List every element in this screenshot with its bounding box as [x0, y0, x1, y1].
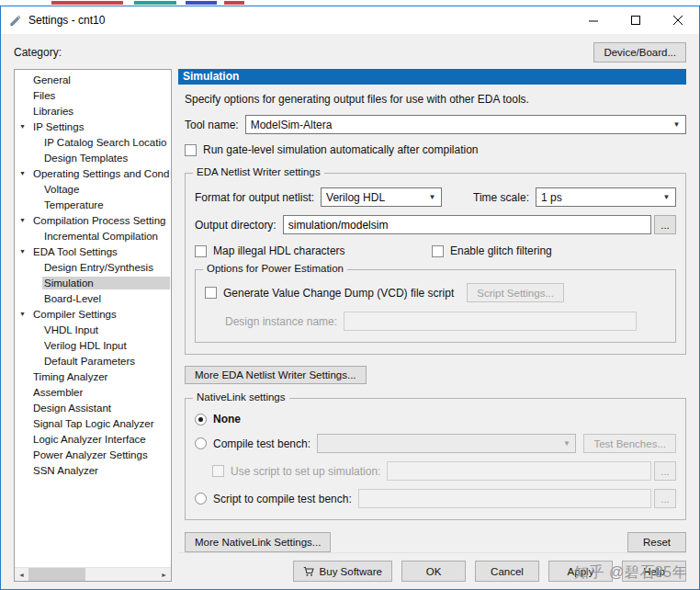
use-script-checkbox[interactable]: [212, 465, 224, 477]
tree-expand-icon[interactable]: ▼: [19, 170, 31, 176]
use-script-browse-button[interactable]: ...: [654, 461, 676, 481]
sidebar-item-compilation-process-setting[interactable]: ▼Compilation Process Setting: [16, 212, 170, 228]
tree-expand-icon[interactable]: ▼: [19, 311, 31, 317]
sidebar-item-ip-catalog-search-locatio[interactable]: IP Catalog Search Locatio: [16, 134, 170, 150]
sidebar-item-timing-analyzer[interactable]: Timing Analyzer: [16, 369, 170, 384]
app-icon: [8, 14, 22, 28]
cancel-button[interactable]: Cancel: [475, 561, 539, 582]
device-board-button[interactable]: Device/Board...: [593, 42, 686, 62]
tool-name-label: Tool name:: [185, 119, 239, 131]
sidebar-item-logic-analyzer-interface[interactable]: Logic Analyzer Interface: [16, 431, 170, 447]
sidebar-item-voltage[interactable]: Voltage: [16, 181, 170, 197]
category-label: Category:: [14, 46, 62, 59]
chevron-down-icon: ▼: [425, 193, 439, 201]
sidebar-item-label: Compiler Settings: [31, 308, 170, 321]
map-illegal-checkbox[interactable]: [195, 245, 207, 257]
minimize-button[interactable]: [572, 6, 615, 34]
test-benches-button[interactable]: Test Benches...: [583, 434, 676, 453]
more-eda-settings-button[interactable]: More EDA Netlist Writer Settings...: [185, 366, 367, 384]
sidebar-item-temperature[interactable]: Temperature: [16, 197, 170, 212]
sidebar-item-design-templates[interactable]: Design Templates: [16, 150, 170, 165]
sidebar-item-label: IP Catalog Search Locatio: [42, 136, 170, 149]
sidebar-item-simulation[interactable]: Simulation: [16, 275, 170, 290]
sidebar-item-design-assistant[interactable]: Design Assistant: [16, 400, 170, 415]
compile-testbench-radio[interactable]: [195, 437, 207, 449]
format-select[interactable]: Verilog HDL ▼: [321, 187, 442, 207]
chevron-down-icon: ▼: [559, 439, 573, 448]
sidebar-item-label: Simulation: [42, 277, 170, 289]
testbench-select[interactable]: ▼: [317, 434, 576, 453]
glitch-filtering-checkbox[interactable]: [432, 245, 444, 257]
sidebar-item-ip-settings[interactable]: ▼IP Settings: [16, 119, 170, 134]
sidebar-item-incremental-compilation[interactable]: Incremental Compilation: [16, 228, 170, 244]
help-button[interactable]: Help: [622, 561, 686, 582]
more-nativelink-settings-button[interactable]: More NativeLink Settings...: [185, 532, 331, 552]
scroll-right-icon[interactable]: ►: [157, 568, 171, 581]
scroll-left-icon[interactable]: ◄: [15, 568, 28, 581]
sidebar-item-label: Design Templates: [42, 152, 170, 165]
window-title: Settings - cnt10: [28, 14, 105, 27]
script-settings-button[interactable]: Script Settings...: [467, 283, 564, 302]
eda-netlist-group: EDA Netlist Writer settings Format for o…: [185, 173, 686, 355]
apply-button[interactable]: Apply: [548, 561, 613, 582]
sidebar-item-eda-tool-settings[interactable]: ▼EDA Tool Settings: [16, 244, 170, 259]
vcd-checkbox[interactable]: [205, 287, 217, 299]
reset-row: More NativeLink Settings... Reset: [185, 532, 686, 552]
script-compile-radio[interactable]: [195, 493, 207, 505]
sidebar-item-operating-settings-and-cond[interactable]: ▼Operating Settings and Cond: [16, 165, 170, 181]
sidebar-item-label: Signal Tap Logic Analyzer: [31, 417, 170, 430]
sidebar-item-power-analyzer-settings[interactable]: Power Analyzer Settings: [16, 447, 170, 462]
sidebar-item-ssn-analyzer[interactable]: SSN Analyzer: [16, 462, 170, 478]
tool-name-row: Tool name: ModelSim-Altera ▼: [185, 115, 686, 134]
none-radio[interactable]: [195, 414, 207, 425]
sidebar-item-label: Assembler: [31, 386, 170, 399]
category-tree: GeneralFilesLibraries▼IP SettingsIP Cata…: [16, 72, 170, 566]
buy-software-button[interactable]: Buy Software: [293, 561, 392, 582]
reset-button[interactable]: Reset: [627, 532, 686, 552]
run-gate-level-checkbox[interactable]: [185, 144, 197, 156]
minimize-icon: [589, 16, 599, 26]
ok-button[interactable]: OK: [401, 561, 466, 582]
sidebar-item-label: Libraries: [31, 105, 170, 118]
sidebar-item-general[interactable]: General: [16, 72, 170, 87]
format-label: Format for output netlist:: [195, 191, 314, 204]
use-script-row: Use script to set up simulation: ...: [195, 461, 676, 481]
tree-expand-icon[interactable]: ▼: [19, 217, 31, 223]
sidebar-item-label: Board-Level: [42, 292, 170, 305]
script-compile-input[interactable]: [358, 489, 651, 508]
output-directory-browse-button[interactable]: ...: [654, 215, 676, 234]
settings-dialog: Settings - cnt10 Category: Device/Board.…: [0, 6, 700, 590]
main-panel: Simulation Specify options for generatin…: [178, 69, 686, 582]
section-header: Simulation: [178, 69, 686, 85]
design-instance-input[interactable]: [344, 312, 637, 331]
sidebar-item-verilog-hdl-input[interactable]: Verilog HDL Input: [16, 337, 170, 353]
output-directory-label: Output directory:: [195, 219, 277, 232]
sidebar-item-libraries[interactable]: Libraries: [16, 103, 170, 119]
scrollbar-thumb[interactable]: [28, 568, 85, 581]
tree-expand-icon[interactable]: ▼: [19, 123, 31, 130]
sidebar-item-default-parameters[interactable]: Default Parameters: [16, 353, 170, 369]
chevron-down-icon: ▼: [660, 193, 673, 201]
sidebar-item-label: Incremental Compilation: [42, 230, 170, 243]
close-button[interactable]: [657, 6, 699, 34]
sidebar-item-vhdl-input[interactable]: VHDL Input: [16, 322, 170, 337]
vcd-label: Generate Value Change Dump (VCD) file sc…: [223, 287, 454, 300]
maximize-button[interactable]: [615, 6, 657, 34]
sidebar-item-label: Default Parameters: [42, 355, 170, 368]
output-directory-input[interactable]: [283, 215, 651, 234]
footer-buttons: Buy Software OK Cancel Apply Help: [178, 552, 686, 582]
sidebar-item-board-level[interactable]: Board-Level: [16, 290, 170, 306]
time-scale-select[interactable]: 1 ps ▼: [536, 187, 676, 207]
code-fragment: [51, 1, 123, 5]
sidebar-item-assembler[interactable]: Assembler: [16, 384, 170, 400]
sidebar-item-signal-tap-logic-analyzer[interactable]: Signal Tap Logic Analyzer: [16, 415, 170, 431]
sidebar-item-label: VHDL Input: [42, 323, 170, 336]
script-compile-browse-button[interactable]: ...: [654, 489, 676, 508]
use-script-input[interactable]: [387, 461, 651, 481]
sidebar-item-compiler-settings[interactable]: ▼Compiler Settings: [16, 306, 170, 322]
tool-name-select[interactable]: ModelSim-Altera ▼: [245, 115, 686, 134]
sidebar-item-design-entry-synthesis[interactable]: Design Entry/Synthesis: [16, 259, 170, 275]
use-script-label: Use script to set up simulation:: [231, 465, 380, 478]
tree-expand-icon[interactable]: ▼: [19, 248, 31, 255]
sidebar-item-files[interactable]: Files: [16, 87, 170, 103]
